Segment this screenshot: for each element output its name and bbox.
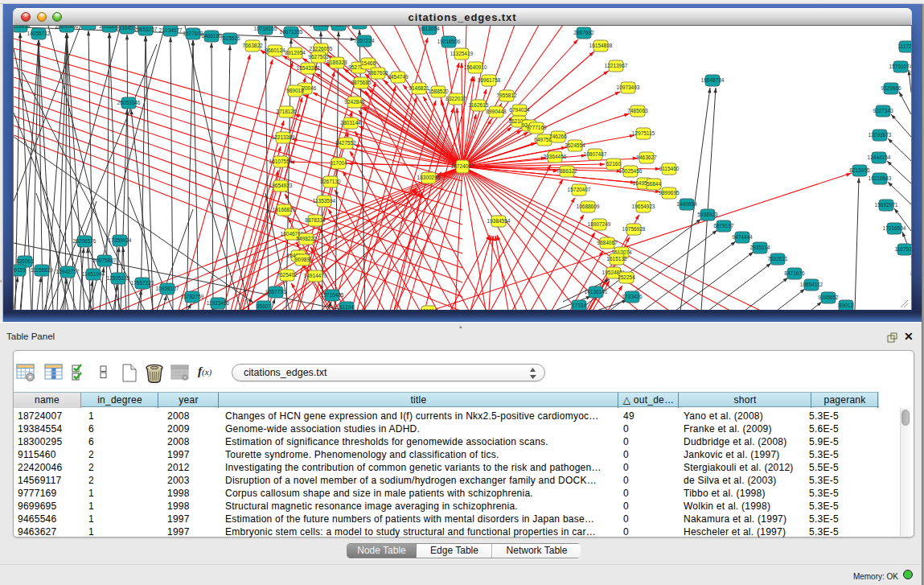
svg-text:10719155: 10719155 [254, 26, 277, 31]
svg-text:8215955: 8215955 [849, 167, 870, 173]
svg-text:20206576: 20206576 [73, 238, 97, 244]
svg-text:16210643: 16210643 [869, 175, 892, 181]
svg-text:19384554: 19384554 [487, 218, 511, 224]
svg-text:20721976: 20721976 [327, 26, 351, 27]
svg-text:8990448: 8990448 [486, 109, 507, 114]
svg-text:16543382: 16543382 [297, 65, 320, 71]
svg-text:8267130: 8267130 [320, 179, 341, 184]
svg-text:5938923: 5938923 [697, 212, 718, 217]
svg-text:9684067: 9684067 [597, 240, 618, 245]
svg-text:89012: 89012 [839, 303, 853, 308]
svg-text:1615132: 1615132 [606, 256, 627, 262]
svg-text:16154808: 16154808 [589, 43, 613, 48]
svg-text:12093873: 12093873 [869, 132, 892, 138]
svg-text:26053346: 26053346 [117, 100, 141, 105]
svg-text:20691406: 20691406 [55, 26, 79, 29]
svg-text:90989: 90989 [295, 257, 310, 262]
svg-text:7632621: 7632621 [767, 256, 788, 262]
svg-text:835061: 835061 [16, 258, 34, 264]
svg-text:5498222: 5498222 [296, 236, 317, 241]
svg-text:10654112: 10654112 [800, 282, 823, 287]
svg-text:12942757: 12942757 [56, 269, 80, 274]
svg-text:12975115: 12975115 [632, 130, 655, 136]
svg-text:6794024: 6794024 [509, 107, 530, 113]
svg-text:9115460: 9115460 [659, 166, 680, 171]
svg-text:8813054: 8813054 [419, 26, 440, 31]
svg-text:14914479: 14914479 [304, 273, 327, 278]
svg-text:17016504: 17016504 [883, 225, 906, 231]
svg-text:7886322: 7886322 [556, 168, 577, 174]
svg-text:19654923: 19654923 [269, 183, 293, 188]
svg-text:9242848: 9242848 [344, 99, 365, 105]
svg-text:2867608: 2867608 [368, 70, 388, 76]
svg-text:7118954: 7118954 [14, 26, 31, 29]
svg-text:3624554: 3624554 [565, 142, 585, 148]
svg-text:2718126: 2718126 [276, 109, 297, 114]
svg-text:81194: 81194 [339, 304, 354, 310]
svg-text:11353594: 11353594 [313, 198, 336, 204]
svg-text:6466160: 6466160 [201, 33, 222, 39]
svg-text:8454749: 8454749 [388, 74, 409, 80]
svg-text:18300295: 18300295 [417, 175, 441, 180]
svg-text:6879197: 6879197 [713, 223, 734, 229]
svg-text:17334: 17334 [572, 303, 586, 308]
svg-text:9657791: 9657791 [265, 289, 286, 295]
svg-text:16648784: 16648784 [701, 77, 725, 83]
svg-text:18907249: 18907249 [588, 221, 611, 227]
svg-text:15692971: 15692971 [875, 202, 898, 208]
svg-text:10653257: 10653257 [134, 27, 158, 32]
svg-text:8912954: 8912954 [285, 50, 306, 56]
svg-text:21034577: 21034577 [159, 27, 183, 33]
svg-text:9463627: 9463627 [636, 154, 657, 160]
svg-text:20975887: 20975887 [93, 257, 117, 263]
svg-text:17957223: 17957223 [131, 280, 154, 286]
svg-text:20364456: 20364456 [544, 154, 567, 159]
svg-text:1167533: 1167533 [895, 246, 911, 252]
svg-text:19654923: 19654923 [632, 204, 655, 209]
svg-text:9474444: 9474444 [732, 234, 753, 240]
svg-text:16961758: 16961758 [478, 77, 501, 83]
svg-text:9899695: 9899695 [659, 190, 680, 196]
svg-text:1588520: 1588520 [428, 89, 449, 94]
svg-text:10025456: 10025456 [619, 168, 643, 174]
svg-text:9627503: 9627503 [308, 54, 329, 60]
svg-text:252254: 252254 [618, 274, 635, 280]
svg-text:1162615: 1162615 [469, 102, 489, 108]
svg-text:9875685: 9875685 [351, 80, 372, 85]
svg-text:12444154: 12444154 [868, 154, 891, 160]
svg-text:29159: 29159 [14, 267, 26, 273]
svg-text:14055712: 14055712 [27, 31, 51, 36]
svg-text:7663822: 7663822 [242, 43, 263, 48]
svg-text:11451944: 11451944 [82, 271, 105, 277]
svg-text:1733426: 1733426 [622, 294, 643, 299]
svg-text:2935114: 2935114 [750, 245, 770, 250]
svg-text:8427552: 8427552 [335, 140, 356, 146]
svg-text:11156819: 11156819 [31, 267, 53, 273]
svg-text:7357224: 7357224 [354, 38, 375, 43]
svg-text:989018: 989018 [286, 88, 304, 93]
svg-text:9146821: 9146821 [409, 85, 429, 91]
svg-text:2803144: 2803144 [340, 120, 361, 126]
svg-text:317004: 317004 [330, 160, 347, 166]
svg-text:9329966: 9329966 [881, 85, 901, 91]
svg-text:9777169: 9777169 [526, 125, 547, 130]
svg-text:15716485: 15716485 [321, 292, 344, 298]
svg-text:12505135: 12505135 [107, 275, 130, 281]
svg-text:17359924: 17359924 [109, 237, 132, 243]
svg-text:111724: 111724 [898, 43, 911, 49]
svg-text:7625402: 7625402 [277, 272, 298, 278]
svg-text:10958107: 10958107 [156, 286, 179, 291]
svg-text:746266: 746266 [549, 134, 567, 139]
svg-text:95607: 95607 [257, 303, 271, 309]
svg-text:1593525: 1593525 [78, 26, 99, 27]
svg-text:7485063: 7485063 [627, 108, 648, 113]
svg-text:12213389: 12213389 [272, 134, 295, 140]
svg-text:18724007: 18724007 [451, 163, 474, 169]
svg-text:1527602: 1527602 [183, 31, 203, 36]
svg-text:10807487: 10807487 [584, 151, 607, 157]
svg-text:62160: 62160 [606, 161, 621, 167]
svg-text:14136141: 14136141 [585, 289, 608, 295]
svg-text:10973493: 10973493 [617, 84, 640, 90]
svg-text:10688609: 10688609 [577, 204, 600, 209]
svg-text:8878334: 8878334 [305, 217, 326, 223]
